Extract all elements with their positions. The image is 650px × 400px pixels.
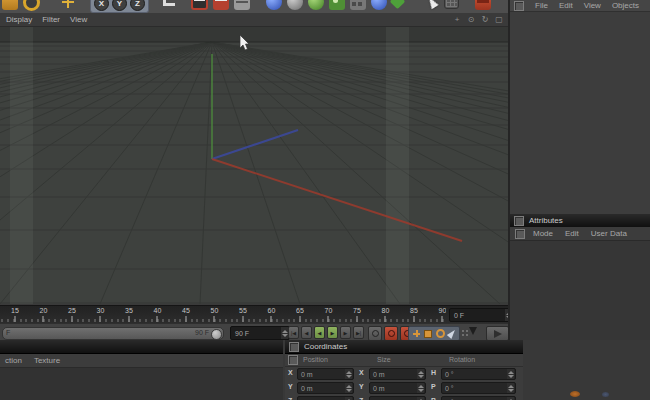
material-manager-titlebar[interactable] — [0, 340, 283, 354]
rot-p-field[interactable]: 0 ° — [441, 382, 516, 394]
key-position-icon[interactable] — [413, 330, 420, 337]
col-rotation[interactable]: Rotation — [449, 356, 475, 363]
render-view-button[interactable] — [191, 0, 208, 10]
key-parameter-icon[interactable] — [447, 328, 457, 339]
pos-z-field[interactable]: 0 m — [297, 396, 354, 400]
frame-field-spinner[interactable] — [281, 327, 288, 339]
menu-filter[interactable]: Filter — [42, 15, 60, 24]
timeline-tick: 40 — [154, 307, 162, 314]
menu-function-partial[interactable]: ction — [5, 356, 22, 365]
timeline-tick: 65 — [296, 307, 304, 314]
attributes-titlebar[interactable]: Attributes — [510, 214, 650, 228]
pos-x-spinner[interactable] — [345, 369, 352, 379]
coordinates-manager: Coordinates Position Size Rotation X 0 m… — [285, 340, 523, 400]
solo-icon[interactable] — [469, 327, 477, 335]
keyframe-selection-button[interactable] — [368, 326, 382, 341]
timeline-tick: 25 — [68, 307, 76, 314]
goto-start-button[interactable]: |◀ — [288, 326, 299, 339]
watermark-dot — [570, 391, 580, 397]
om-menu-objects[interactable]: Objects — [612, 1, 639, 10]
panel-divider[interactable] — [508, 0, 510, 340]
object-manager-menubar: File Edit View Objects Tags — [510, 0, 650, 12]
rot-h-label: H — [431, 369, 436, 376]
sky-button[interactable] — [371, 0, 387, 10]
play-button[interactable]: ▶ — [327, 326, 338, 339]
spline-button[interactable] — [287, 0, 303, 10]
powerslider-options-button[interactable] — [486, 326, 509, 341]
flag-icon — [494, 330, 502, 338]
size-z-field[interactable]: 0 m — [369, 396, 426, 400]
goto-end-button[interactable]: ▶| — [353, 326, 364, 339]
viewport-sky — [0, 27, 508, 42]
menu-texture[interactable]: Texture — [34, 356, 60, 365]
rotate-tool-icon[interactable] — [23, 0, 40, 11]
om-menu-file[interactable]: File — [535, 1, 548, 10]
slider-knob[interactable] — [211, 329, 222, 340]
pan-view-icon[interactable]: + — [452, 15, 462, 24]
menu-display[interactable]: Display — [6, 15, 32, 24]
pos-x-label: X — [288, 369, 293, 376]
col-size[interactable]: Size — [377, 356, 391, 363]
lock-z-button[interactable]: Z — [130, 0, 145, 11]
rot-p-spinner[interactable] — [507, 383, 514, 393]
coordinates-titlebar[interactable]: Coordinates — [285, 340, 523, 354]
coordinate-system-icon[interactable] — [163, 0, 175, 6]
key-pla-icon[interactable] — [462, 330, 464, 332]
rot-b-field[interactable]: 0 ° — [441, 396, 516, 400]
array-button[interactable] — [350, 0, 366, 10]
lock-x-button[interactable]: X — [94, 0, 109, 11]
safe-band-right — [386, 27, 409, 304]
rot-h-spinner[interactable] — [507, 369, 514, 379]
panel-tab-icon[interactable] — [514, 1, 524, 11]
scene-objects-button[interactable] — [329, 0, 345, 10]
timeline-tick: 70 — [325, 307, 333, 314]
size-y-field[interactable]: 0 m — [369, 382, 426, 394]
physical-sky-button[interactable] — [390, 0, 406, 9]
move-tool-icon[interactable] — [60, 0, 76, 10]
play-backward-button[interactable]: ◀ — [314, 326, 325, 339]
attributes-lock-icon[interactable] — [515, 229, 525, 239]
rotate-view-icon[interactable]: ↻ — [480, 15, 490, 24]
next-frame-button[interactable]: ▶ — [340, 326, 351, 339]
pos-y-spinner[interactable] — [345, 383, 352, 393]
selection-tool-icon[interactable] — [423, 0, 439, 10]
prev-frame-button[interactable]: ◀ — [301, 326, 312, 339]
key-scale-icon[interactable] — [424, 330, 432, 338]
attr-menu-userdata[interactable]: User Data — [591, 229, 627, 238]
snap-settings-icon[interactable] — [444, 0, 459, 9]
primitive-object-button[interactable] — [266, 0, 282, 10]
pos-x-field[interactable]: 0 m — [297, 368, 354, 380]
toggle-view-icon[interactable]: ▢ — [494, 15, 504, 24]
transport-bar: F 90 F 90 F |◀ ◀ ◀ ▶ ▶ ▶| — [0, 323, 508, 341]
light-button[interactable] — [308, 0, 324, 10]
frame-field[interactable]: 90 F — [230, 326, 290, 340]
timeline-ruler[interactable]: 15202530354045505560657075808590 0 F — [0, 305, 508, 323]
zoom-view-icon[interactable]: ⊙ — [466, 15, 476, 24]
pos-y-field[interactable]: 0 m — [297, 382, 354, 394]
attr-menu-mode[interactable]: Mode — [533, 229, 553, 238]
panel-grid-icon[interactable] — [514, 216, 524, 226]
undo-icon[interactable] — [2, 0, 18, 10]
timeline-tick: 75 — [353, 307, 361, 314]
size-x-spinner[interactable] — [417, 369, 424, 379]
key-rotation-icon[interactable] — [436, 329, 445, 338]
render-picture-viewer-button[interactable] — [213, 0, 229, 10]
record-button[interactable] — [384, 326, 398, 341]
render-settings-button[interactable] — [234, 0, 250, 10]
panel-grid-icon[interactable] — [289, 342, 299, 352]
current-frame-field[interactable]: 0 F — [449, 308, 514, 322]
coordinates-mode-icon[interactable] — [288, 355, 298, 365]
attr-menu-edit[interactable]: Edit — [565, 229, 579, 238]
rot-h-field[interactable]: 0 ° — [441, 368, 516, 380]
power-slider[interactable]: F 90 F — [2, 327, 224, 340]
om-menu-edit[interactable]: Edit — [559, 1, 573, 10]
menu-view[interactable]: View — [70, 15, 87, 24]
size-y-spinner[interactable] — [417, 383, 424, 393]
layout-button[interactable] — [475, 0, 491, 10]
viewport-3d[interactable] — [0, 27, 508, 304]
lock-y-button[interactable]: Y — [112, 0, 127, 11]
col-position[interactable]: Position — [303, 356, 328, 363]
axis-lock-group: X Y Z — [90, 0, 149, 13]
size-x-field[interactable]: 0 m — [369, 368, 426, 380]
om-menu-view[interactable]: View — [584, 1, 601, 10]
